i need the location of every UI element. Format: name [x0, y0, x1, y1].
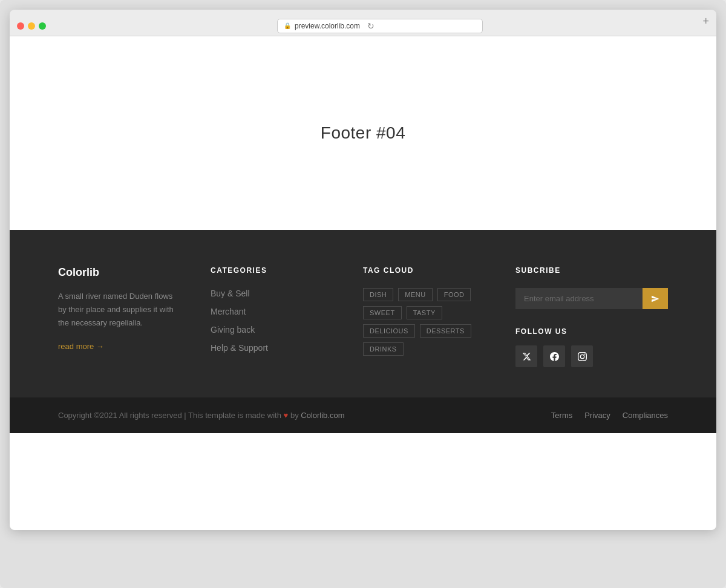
close-button[interactable] [17, 22, 24, 30]
tag-cloud: DISH MENU FOOD SWEET TASTY DELICIOUS DES… [363, 288, 496, 356]
page-heading: Footer #04 [321, 123, 405, 143]
terms-link[interactable]: Terms [551, 411, 572, 420]
tag-desserts[interactable]: DESSERTS [420, 324, 471, 338]
address-bar-inner[interactable]: 🔒 preview.colorlib.com ↻ [277, 19, 483, 33]
subscribe-form [515, 288, 668, 309]
footer-col-subscribe: SUBCRIBE FOLLOW US [515, 266, 668, 367]
categories-list: Buy & Sell Merchant Giving back Help & S… [211, 288, 363, 353]
category-link-help-support[interactable]: Help & Support [211, 343, 268, 353]
categories-title: CATEGORIES [211, 266, 363, 275]
tag-food[interactable]: FOOD [437, 288, 471, 301]
new-tab-button[interactable]: + [702, 16, 709, 27]
category-link-buy-sell[interactable]: Buy & Sell [211, 289, 250, 298]
main-content: Footer #04 [10, 36, 716, 230]
privacy-link[interactable]: Privacy [584, 411, 610, 420]
tag-dish[interactable]: DISH [363, 288, 393, 301]
category-link-merchant[interactable]: Merchant [211, 307, 246, 316]
twitter-icon[interactable] [515, 345, 537, 367]
send-icon [651, 295, 659, 303]
footer-bottom: Copyright ©2021 All rights reserved | Th… [10, 397, 716, 433]
brand-name: Colorlib [58, 266, 211, 279]
outer-wrapper: 🔒 preview.colorlib.com ↻ + Footer #04 Co… [0, 0, 726, 588]
tag-menu[interactable]: MENU [398, 288, 432, 301]
traffic-lights [17, 22, 46, 30]
follow-title: FOLLOW US [515, 327, 668, 336]
subscribe-button[interactable] [643, 288, 668, 309]
subscribe-title: SUBCRIBE [515, 266, 668, 275]
about-text: A small river named Duden flows by their… [58, 290, 179, 330]
copyright-text: Copyright ©2021 All rights reserved | Th… [58, 411, 345, 420]
instagram-icon[interactable] [571, 345, 593, 367]
social-icons [515, 345, 668, 367]
facebook-svg [550, 352, 559, 361]
by-text: by [290, 411, 299, 420]
list-item: Help & Support [211, 342, 363, 353]
tag-tasty[interactable]: TASTY [407, 306, 442, 319]
instagram-svg [578, 352, 587, 361]
url-text: preview.colorlib.com [295, 22, 360, 30]
footer-columns: Colorlib A small river named Duden flows… [58, 266, 668, 367]
twitter-svg [522, 352, 531, 361]
maximize-button[interactable] [39, 22, 46, 30]
browser-chrome: 🔒 preview.colorlib.com ↻ + [10, 10, 716, 36]
lock-icon: 🔒 [284, 22, 291, 29]
list-item: Giving back [211, 324, 363, 335]
footer-main: Colorlib A small river named Duden flows… [10, 230, 716, 397]
list-item: Buy & Sell [211, 288, 363, 299]
facebook-icon[interactable] [543, 345, 565, 367]
reload-button[interactable]: ↻ [367, 21, 374, 31]
tag-cloud-title: TAG CLOUD [363, 266, 515, 275]
tag-delicious[interactable]: DELICIOUS [363, 324, 415, 338]
footer-col-tags: TAG CLOUD DISH MENU FOOD SWEET TASTY DEL… [363, 266, 515, 367]
page-bottom-white [10, 433, 716, 530]
compliances-link[interactable]: Compliances [623, 411, 668, 420]
browser-window: 🔒 preview.colorlib.com ↻ + Footer #04 Co… [10, 10, 716, 530]
footer-links: Terms Privacy Compliances [551, 411, 668, 420]
address-bar: 🔒 preview.colorlib.com ↻ [75, 19, 685, 33]
subscribe-input[interactable] [515, 288, 643, 309]
tag-sweet[interactable]: SWEET [363, 306, 402, 319]
footer-col-about: Colorlib A small river named Duden flows… [58, 266, 211, 367]
minimize-button[interactable] [28, 22, 35, 30]
read-more-link[interactable]: read more → [58, 342, 104, 351]
copyright-prefix: Copyright ©2021 All rights reserved | Th… [58, 411, 281, 420]
list-item: Merchant [211, 306, 363, 317]
colorlib-link[interactable]: Colorlib.com [301, 411, 344, 420]
footer-col-categories: CATEGORIES Buy & Sell Merchant Giving ba… [211, 266, 363, 367]
heart-icon: ♥ [284, 411, 290, 420]
tag-drinks[interactable]: DRINKS [363, 342, 404, 356]
category-link-giving-back[interactable]: Giving back [211, 325, 255, 335]
